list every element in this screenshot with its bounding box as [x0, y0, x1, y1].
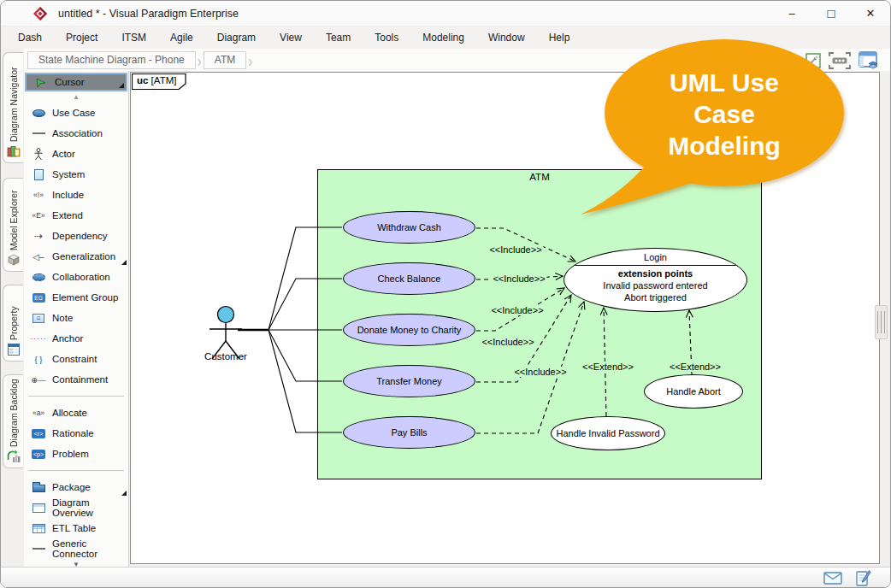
diagram-navigator-icon — [7, 144, 21, 158]
extension-points-label: extension points — [564, 268, 746, 279]
palette-item-containment[interactable]: Containment — [24, 369, 128, 390]
palette-scroll-up[interactable]: ▲ — [24, 91, 128, 103]
login-compartment-divider — [564, 265, 746, 266]
palette-item-element-group[interactable]: EG Element Group — [24, 287, 128, 308]
menu-project[interactable]: Project — [54, 26, 109, 49]
generalization-icon — [30, 250, 47, 263]
tool-palette: Cursor ▲ Use Case Association — [24, 71, 129, 567]
include-label: <<Include>> — [512, 367, 568, 377]
palette-item-allocate[interactable]: Allocate — [24, 403, 128, 423]
palette-item-use-case[interactable]: Use Case — [24, 103, 128, 123]
include-label: <<Include>> — [487, 244, 543, 255]
package-icon — [30, 480, 47, 494]
use-case-pay-bills[interactable]: Pay Bills — [343, 416, 475, 449]
property-icon — [7, 343, 21, 356]
dependency-icon — [30, 229, 47, 243]
rationale-icon: <r> — [30, 426, 47, 440]
menu-help[interactable]: Help — [537, 26, 582, 49]
layout-panel-icon[interactable] — [859, 51, 880, 70]
palette-separator — [28, 396, 124, 397]
actor-label: Customer — [204, 351, 247, 362]
palette-item-include[interactable]: Include — [24, 185, 128, 205]
palette-item-note[interactable]: ≡ Note — [24, 308, 128, 328]
extend-icon — [30, 209, 47, 222]
tab-model-explorer[interactable]: Model Explorer — [3, 178, 23, 272]
menu-team[interactable]: Team — [314, 26, 363, 49]
palette-item-package[interactable]: Package — [24, 477, 128, 497]
extend-label: <<Extend>> — [581, 362, 635, 372]
palette-item-anchor[interactable]: Anchor — [24, 328, 128, 349]
palette-item-generic-connector[interactable]: Generic Connector — [24, 538, 128, 559]
flyout-corner-icon — [121, 260, 127, 265]
menu-window[interactable]: Window — [476, 26, 537, 49]
breadcrumb-bar: State Machine Diagram - Phone › ATM › — [24, 49, 890, 71]
palette-separator — [28, 470, 124, 471]
presentation-icon[interactable] — [829, 52, 851, 69]
palette-item-extend[interactable]: Extend — [24, 205, 128, 226]
use-case-donate-money[interactable]: Donate Money to Charity — [343, 314, 475, 346]
problem-icon: <p> — [30, 447, 47, 461]
maximize-button[interactable]: □ — [811, 1, 851, 26]
menu-diagram[interactable]: Diagram — [205, 26, 268, 49]
panel-splitter-handle[interactable] — [875, 305, 888, 339]
association-icon — [30, 126, 47, 140]
minimize-button[interactable]: – — [772, 1, 811, 26]
model-explorer-icon — [7, 253, 21, 267]
palette-item-dependency[interactable]: Dependency — [24, 226, 128, 246]
use-case-transfer-money[interactable]: Transfer Money — [343, 365, 475, 397]
use-case-check-balance[interactable]: Check Balance — [343, 262, 475, 295]
menu-bar: Dash Project ITSM Agile Diagram View Tea… — [1, 26, 890, 49]
palette-item-rationale[interactable]: <r> Rationale — [24, 423, 128, 444]
palette-item-etl-table[interactable]: ETL Table — [24, 518, 128, 538]
tab-diagram-backlog[interactable]: Diagram Backlog — [3, 374, 23, 468]
menu-view[interactable]: View — [268, 26, 314, 49]
frame-keyword: uc — [137, 75, 148, 85]
breadcrumb-separator-icon: › — [198, 50, 202, 70]
palette-item-constraint[interactable]: Constraint — [24, 349, 128, 369]
palette-item-diagram-overview[interactable]: Diagram Overview — [24, 497, 128, 518]
include-connectors[interactable] — [476, 228, 584, 433]
title-bar: untitled * - Visual Paradigm Enterprise … — [1, 1, 890, 26]
palette-item-cursor[interactable]: Cursor — [25, 73, 127, 91]
menu-tools[interactable]: Tools — [363, 26, 410, 49]
close-button[interactable]: ✕ — [851, 1, 890, 26]
use-case-withdraw-cash[interactable]: Withdraw Cash — [343, 211, 475, 244]
wand-icon[interactable] — [805, 53, 821, 68]
diagram-backlog-icon — [7, 450, 21, 463]
breadcrumb-item-current[interactable]: ATM — [204, 51, 246, 69]
palette-item-generalization[interactable]: Generalization — [24, 246, 128, 267]
use-case-handle-abort[interactable]: Handle Abort — [644, 374, 743, 409]
left-tab-strip: Diagram Navigator Model Explorer Propert… — [1, 49, 24, 567]
palette-scroll-down[interactable]: ▼ — [24, 559, 128, 567]
etl-table-icon — [30, 521, 47, 535]
flyout-corner-icon — [121, 491, 127, 496]
email-icon[interactable] — [823, 572, 842, 585]
use-case-login[interactable]: Login extension points Invalid password … — [564, 248, 747, 312]
note-icon: ≡ — [30, 311, 47, 325]
association-lines[interactable] — [238, 227, 342, 432]
include-label: <<Include>> — [491, 273, 546, 284]
palette-item-collaboration[interactable]: Collaboration — [24, 267, 128, 287]
collaboration-icon — [30, 270, 47, 284]
use-case-handle-invalid-password[interactable]: Handle Invalid Password — [551, 416, 665, 450]
generic-connector-icon — [30, 542, 47, 556]
palette-item-system[interactable]: System — [24, 164, 128, 185]
visual-paradigm-logo — [33, 7, 47, 21]
notes-icon[interactable] — [855, 569, 871, 587]
palette-item-problem[interactable]: <p> Problem — [24, 444, 128, 464]
menu-dash[interactable]: Dash — [6, 26, 54, 49]
actor-icon — [30, 147, 47, 161]
diagram-canvas[interactable]: ATM — [130, 72, 880, 564]
constraint-icon — [30, 352, 47, 366]
breadcrumb: State Machine Diagram - Phone › ATM › — [27, 51, 254, 69]
menu-agile[interactable]: Agile — [158, 26, 205, 49]
menu-itsm[interactable]: ITSM — [109, 26, 158, 49]
tab-diagram-navigator[interactable]: Diagram Navigator — [3, 52, 23, 163]
element-group-icon: EG — [30, 291, 47, 304]
palette-item-association[interactable]: Association — [24, 123, 128, 144]
tab-property[interactable]: Property — [3, 285, 23, 362]
menu-modeling[interactable]: Modeling — [410, 26, 476, 49]
include-label: <<Include>> — [489, 305, 545, 315]
palette-item-actor[interactable]: Actor — [24, 144, 128, 164]
breadcrumb-item-parent[interactable]: State Machine Diagram - Phone — [27, 51, 196, 69]
